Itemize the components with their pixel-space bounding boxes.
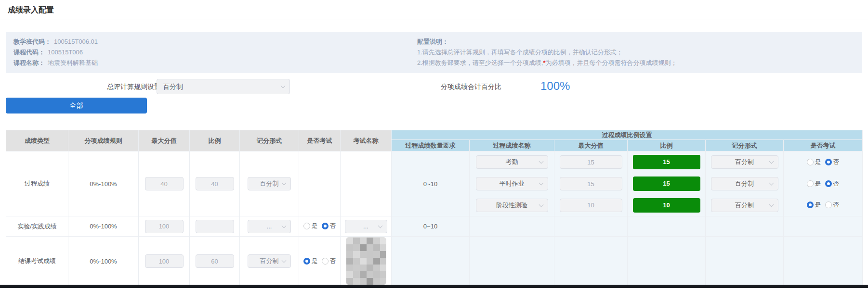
header-max-score: 最大分值 (139, 130, 190, 151)
row-practice-score: 实验/实践成绩 0%-100% ... 是否 (6, 216, 863, 237)
row-final-exam-score: 结课考试成绩 0%-100% 百分制 是否 (6, 237, 863, 286)
exam-yes-radio[interactable] (807, 180, 814, 187)
exam-no-label: 否 (833, 201, 840, 209)
empty-cell (706, 237, 784, 286)
process-sub-name-select[interactable]: 考勤 (476, 155, 548, 169)
header-exam-name: 考试名称 (341, 130, 392, 151)
config-note-2-text-after: 为必填项，并且每个分项需符合分项成绩规则； (546, 59, 677, 66)
chevron-down-icon (282, 223, 287, 228)
config-note-1: 1.请先选择总评计算规则，再填写各个成绩分项的比例，并确认记分形式； (417, 47, 855, 58)
process-max-input[interactable] (145, 177, 184, 190)
exam-yes-radio[interactable] (303, 258, 310, 265)
practice-ratio-input[interactable] (196, 220, 234, 233)
exam-yes-radio[interactable] (807, 159, 814, 165)
config-notes: 配置说明： 1.请先选择总评计算规则，再填写各个成绩分项的比例，并确认记分形式；… (417, 37, 855, 68)
header-process-name: 过程成绩名称 (470, 140, 554, 151)
sub-max-cell (554, 173, 628, 195)
empty-cell (341, 151, 392, 216)
process-sub-format-select[interactable]: 百分制 (711, 199, 778, 212)
process-sub-name-value: 平时作业 (500, 180, 525, 187)
practice-rule-cell: 0%-100% (68, 216, 139, 237)
header-process-ratio: 比例 (628, 140, 706, 151)
header-format: 记分形式 (240, 130, 299, 151)
exam-no-radio[interactable] (825, 159, 832, 165)
sum-percent-label: 分项成绩合计百分比 (441, 79, 501, 94)
practice-exam-name-cell: ... (341, 216, 392, 237)
final-ratio-input[interactable] (196, 254, 234, 268)
exam-no-radio[interactable] (825, 202, 832, 208)
empty-cell (628, 216, 706, 237)
empty-cell (628, 237, 706, 286)
page-title: 成绩录入配置 (8, 5, 860, 15)
header-score-type: 成绩类型 (6, 130, 68, 151)
chevron-down-icon (539, 159, 543, 164)
final-format-select[interactable]: 百分制 (248, 254, 291, 268)
process-sub-name-select[interactable]: 平时作业 (476, 177, 548, 190)
process-count-cell: 0~10 (392, 151, 470, 216)
sub-is-exam-cell: 是否 (784, 195, 863, 216)
process-sub-max-input[interactable] (560, 199, 622, 212)
row-process-score: 过程成绩 0%-100% 百分制 0~10 (6, 151, 863, 173)
process-sub-name-value: 阶段性测验 (496, 202, 527, 209)
chevron-down-icon (378, 223, 382, 228)
exam-no-label: 否 (833, 158, 840, 166)
process-ratio-cell (190, 151, 240, 216)
ratio-value-box[interactable]: 15 (633, 177, 700, 191)
exam-yes-radio[interactable] (303, 223, 310, 229)
sub-format-cell: 百分制 (706, 151, 784, 173)
practice-format-select[interactable]: ... (248, 220, 291, 233)
exam-no-label: 否 (330, 257, 336, 265)
process-sub-max-input[interactable] (560, 177, 622, 190)
grade-config-table: 成绩类型 分项成绩规则 最大分值 比例 记分形式 是否考试 考试名称 过程成绩比… (6, 130, 863, 286)
process-sub-format-select[interactable]: 百分制 (711, 177, 778, 190)
header-sub-rule: 分项成绩规则 (68, 130, 139, 151)
sub-max-cell (554, 151, 628, 173)
process-rule-cell: 0%-100% (68, 151, 139, 216)
exam-no-radio[interactable] (322, 223, 329, 229)
process-format-select[interactable]: 百分制 (248, 177, 291, 190)
empty-cell (784, 216, 863, 237)
empty-cell (299, 151, 341, 216)
practice-max-cell (139, 216, 190, 237)
empty-cell (470, 237, 554, 286)
process-sub-max-input[interactable] (560, 155, 622, 169)
practice-format-value: ... (267, 223, 272, 230)
final-rule-cell: 0%-100% (68, 237, 139, 286)
exam-no-radio[interactable] (322, 258, 329, 265)
course-name-value: 地震资料解释基础 (48, 59, 98, 66)
practice-type-cell: 实验/实践成绩 (6, 216, 68, 237)
ratio-value-box[interactable]: 15 (633, 155, 700, 169)
practice-exam-name-value: ... (363, 223, 368, 230)
chevron-down-icon (281, 84, 286, 88)
practice-exam-name-select[interactable]: ... (345, 220, 387, 233)
exam-no-radio[interactable] (825, 180, 832, 187)
config-notes-title: 配置说明： (417, 37, 852, 47)
exam-yes-label: 是 (312, 222, 318, 230)
final-type-cell: 结课考试成绩 (6, 237, 68, 286)
class-code-line: 教学班代码：100515T006.01 (13, 37, 417, 47)
class-code-value: 100515T006.01 (54, 38, 98, 45)
empty-cell (554, 216, 628, 237)
course-code-label: 课程代码： (13, 49, 45, 56)
exam-no-label: 否 (833, 179, 840, 188)
header-process-max: 最大分值 (554, 140, 628, 151)
controls-row: 总评计算规则设置 百分制 分项成绩合计百分比 100% (0, 79, 868, 96)
ratio-value-box[interactable]: 10 (633, 198, 700, 213)
course-name-line: 课程名称：地震资料解释基础 (13, 58, 417, 68)
chevron-down-icon (539, 202, 543, 207)
final-format-cell: 百分制 (240, 237, 299, 286)
total-rule-select[interactable]: 百分制 (157, 79, 290, 94)
chevron-down-icon (769, 202, 774, 207)
final-max-input[interactable] (145, 254, 184, 268)
process-sub-name-select[interactable]: 阶段性测验 (476, 199, 548, 212)
course-info-left: 教学班代码：100515T006.01 课程代码：100515T006 课程名称… (13, 37, 417, 68)
practice-max-input[interactable] (145, 220, 184, 233)
all-button[interactable]: 全部 (6, 98, 147, 113)
process-ratio-input[interactable] (196, 177, 234, 190)
exam-yes-radio[interactable] (807, 202, 814, 208)
sub-max-cell (554, 195, 628, 216)
process-sub-format-select[interactable]: 百分制 (711, 155, 778, 169)
exam-yes-label: 是 (815, 201, 821, 209)
chevron-down-icon (539, 181, 543, 186)
empty-cell (554, 237, 628, 286)
